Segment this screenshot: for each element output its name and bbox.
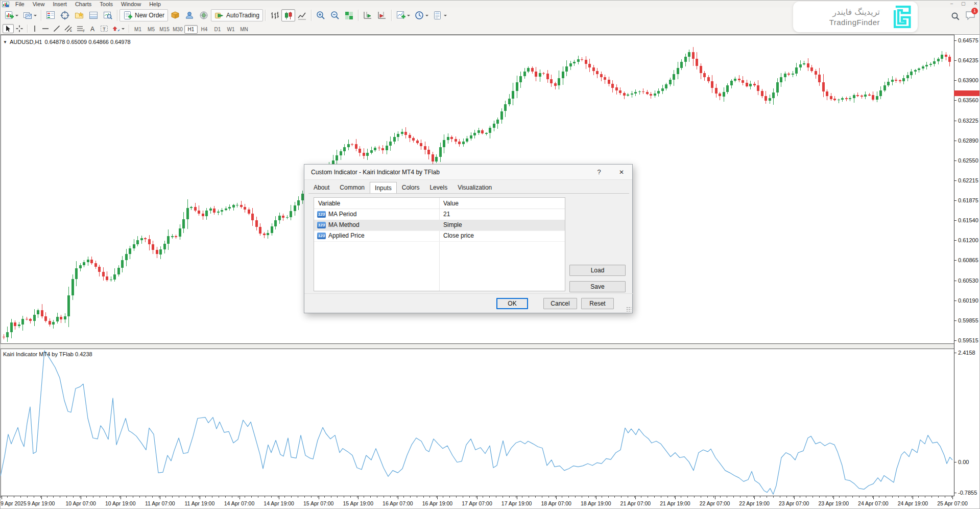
text-button[interactable]: A: [87, 24, 98, 33]
tab-common[interactable]: Common: [334, 182, 370, 193]
tab-levels[interactable]: Levels: [424, 182, 452, 193]
resize-grip[interactable]: [626, 307, 631, 312]
kairi-indicator-chart[interactable]: [1, 349, 954, 496]
tab-inputs[interactable]: Inputs: [370, 182, 397, 194]
tab-colors[interactable]: Colors: [397, 182, 425, 193]
chevron-down-icon: [425, 15, 428, 18]
price-label: 0.62215: [958, 177, 978, 183]
tab-visualization[interactable]: Visualization: [452, 182, 497, 193]
menu-tools[interactable]: Tools: [95, 1, 117, 7]
autotrading-button[interactable]: AutoTrading: [211, 9, 263, 21]
bar-chart-button[interactable]: [268, 9, 281, 21]
table-row[interactable]: 123MA Period21: [314, 209, 565, 220]
timeframe-h4[interactable]: H4: [198, 25, 211, 34]
timeframe-m15[interactable]: M15: [158, 25, 171, 34]
metaeditor-button[interactable]: [168, 9, 182, 21]
variable-value[interactable]: Simple: [443, 220, 462, 230]
app-icon: [2, 2, 9, 7]
price-axis[interactable]: 0.645750.642350.639000.635600.632250.628…: [954, 35, 980, 496]
time-label: 22 Apr 19:00: [731, 500, 777, 506]
timeframe-mn[interactable]: MN: [237, 25, 251, 34]
new-order-button[interactable]: New Order: [119, 9, 168, 21]
price-tick: [954, 40, 957, 41]
alerts-button[interactable]: [197, 9, 211, 21]
menu-view[interactable]: View: [29, 1, 49, 7]
number-input-icon: 123: [317, 211, 326, 218]
strategy-tester-button[interactable]: [101, 9, 115, 21]
price-label: 0.63225: [958, 118, 978, 124]
zoom-out-icon: [330, 10, 340, 20]
label-button[interactable]: T: [98, 24, 110, 33]
restore-icon[interactable]: ▢: [961, 1, 966, 7]
autoscroll-button[interactable]: [361, 9, 375, 21]
book-icon: [170, 10, 180, 20]
chat-button[interactable]: 1: [965, 11, 975, 22]
reset-button[interactable]: Reset: [581, 298, 614, 309]
autoscroll-icon: [363, 10, 373, 20]
table-row[interactable]: 123Applied PriceClose price: [314, 230, 565, 241]
panel-splitter[interactable]: [1, 344, 954, 349]
vertical-line-button[interactable]: [30, 24, 40, 33]
custom-indicator-dialog: Custom Indicator - Kairi Indicator MT4 b…: [304, 164, 633, 313]
chart-shift-button[interactable]: [375, 9, 389, 21]
zoom-out-button[interactable]: [328, 9, 342, 21]
profiles-button[interactable]: [20, 9, 39, 21]
price-label: 0.60865: [958, 257, 978, 263]
time-axis[interactable]: 9 Apr 20259 Apr 19:0010 Apr 07:0010 Apr …: [1, 496, 980, 509]
navigator-button[interactable]: [72, 9, 86, 21]
timeframe-d1[interactable]: D1: [211, 25, 224, 34]
timeframe-h1[interactable]: H1: [184, 25, 198, 34]
menu-charts[interactable]: Charts: [71, 1, 95, 7]
variable-value[interactable]: Close price: [443, 230, 474, 241]
zoom-in-button[interactable]: [314, 9, 328, 21]
inputs-table[interactable]: Variable Value 123MA Period21123MA Metho…: [314, 197, 565, 291]
load-button[interactable]: Load: [569, 265, 626, 276]
indicator-axis-label: 2.4158: [958, 350, 975, 356]
timeframe-w1[interactable]: W1: [224, 25, 237, 34]
timeframe-m5[interactable]: M5: [145, 25, 158, 34]
tile-windows-button[interactable]: [342, 9, 356, 21]
menu-insert[interactable]: Insert: [49, 1, 71, 7]
data-window-button[interactable]: [58, 9, 72, 21]
time-tick: [200, 496, 200, 499]
price-label: 0.59855: [958, 317, 978, 323]
ok-button[interactable]: OK: [496, 298, 528, 309]
save-button[interactable]: Save: [569, 281, 626, 292]
terminal-button[interactable]: [86, 9, 101, 21]
cancel-button[interactable]: Cancel: [543, 298, 577, 309]
trendline-button[interactable]: [51, 24, 62, 33]
variable-value[interactable]: 21: [443, 209, 450, 220]
price-label: 0.64235: [958, 57, 978, 63]
minimize-icon[interactable]: –: [950, 1, 953, 7]
close-icon[interactable]: ✕: [614, 167, 629, 177]
help-icon[interactable]: ?: [593, 167, 605, 177]
cursor-button[interactable]: [3, 24, 14, 33]
periods-button[interactable]: [412, 9, 431, 21]
tab-about[interactable]: About: [308, 182, 334, 193]
new-chart-button[interactable]: [2, 9, 20, 21]
timeframe-m1[interactable]: M1: [131, 25, 145, 34]
symbol-dropdown-icon[interactable]: ▼: [3, 40, 7, 44]
fibonacci-button[interactable]: F: [75, 24, 87, 33]
menu-window[interactable]: Window: [117, 1, 145, 7]
crosshair-button[interactable]: [14, 24, 25, 33]
indicators-button[interactable]: [394, 9, 412, 21]
timeframe-m30[interactable]: M30: [171, 25, 184, 34]
candlestick-chart-button[interactable]: [281, 9, 295, 21]
community-button[interactable]: [182, 9, 197, 21]
channel-button[interactable]: E: [62, 24, 75, 33]
arrows-button[interactable]: [110, 24, 127, 33]
number-input-icon: 123: [317, 222, 326, 228]
templates-button[interactable]: [431, 9, 449, 21]
menu-help[interactable]: Help: [145, 1, 165, 7]
menu-file[interactable]: File: [11, 1, 29, 7]
market-watch-button[interactable]: [43, 9, 58, 21]
top-right-icons: 1: [951, 11, 975, 22]
search-icon[interactable]: [951, 12, 960, 21]
dialog-title-bar[interactable]: Custom Indicator - Kairi Indicator MT4 b…: [304, 165, 632, 180]
close-icon[interactable]: ✕: [973, 1, 977, 7]
horizontal-line-button[interactable]: [40, 24, 51, 33]
line-chart-button[interactable]: [295, 9, 309, 21]
price-label: 0.63560: [958, 97, 978, 103]
table-row[interactable]: 123MA MethodSimple: [314, 220, 565, 230]
